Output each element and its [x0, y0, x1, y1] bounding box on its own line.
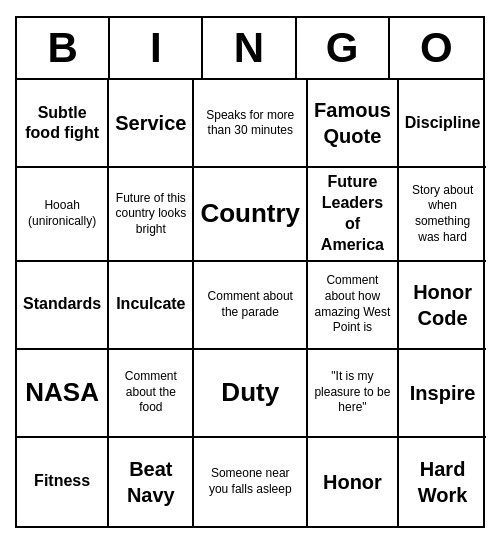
- bingo-cell-1[interactable]: Service: [109, 80, 194, 168]
- cell-text-1: Service: [115, 110, 186, 136]
- bingo-cell-7[interactable]: Country: [194, 168, 308, 261]
- letter-i: I: [110, 18, 203, 80]
- bingo-grid: Subtle food fightServiceSpeaks for more …: [17, 80, 483, 525]
- cell-text-4: Discipline: [405, 113, 481, 134]
- cell-text-22: Someone near you falls asleep: [200, 466, 300, 497]
- cell-text-10: Standards: [23, 294, 101, 315]
- cell-text-0: Subtle food fight: [23, 103, 101, 145]
- bingo-cell-5[interactable]: Hooah (unironically): [17, 168, 109, 261]
- bingo-cell-22[interactable]: Someone near you falls asleep: [194, 438, 308, 526]
- cell-text-17: Duty: [221, 376, 279, 410]
- bingo-cell-11[interactable]: Inculcate: [109, 262, 194, 350]
- bingo-cell-13[interactable]: Comment about how amazing West Point is: [308, 262, 399, 350]
- bingo-cell-23[interactable]: Honor: [308, 438, 399, 526]
- bingo-cell-19[interactable]: Inspire: [399, 350, 487, 438]
- bingo-cell-21[interactable]: Beat Navy: [109, 438, 194, 526]
- cell-text-19: Inspire: [410, 380, 476, 406]
- bingo-cell-4[interactable]: Discipline: [399, 80, 487, 168]
- bingo-header: B I N G O: [17, 18, 483, 80]
- bingo-cell-18[interactable]: "It is my pleasure to be here": [308, 350, 399, 438]
- cell-text-11: Inculcate: [116, 294, 185, 315]
- bingo-cell-20[interactable]: Fitness: [17, 438, 109, 526]
- bingo-cell-24[interactable]: Hard Work: [399, 438, 487, 526]
- cell-text-24: Hard Work: [405, 456, 481, 508]
- bingo-cell-8[interactable]: Future Leaders of America: [308, 168, 399, 261]
- cell-text-16: Comment about the food: [115, 369, 186, 416]
- cell-text-7: Country: [200, 197, 300, 231]
- cell-text-12: Comment about the parade: [200, 289, 300, 320]
- bingo-cell-3[interactable]: Famous Quote: [308, 80, 399, 168]
- cell-text-15: NASA: [25, 376, 99, 410]
- bingo-cell-16[interactable]: Comment about the food: [109, 350, 194, 438]
- cell-text-2: Speaks for more than 30 minutes: [200, 108, 300, 139]
- cell-text-3: Famous Quote: [314, 97, 391, 149]
- cell-text-14: Honor Code: [405, 279, 481, 331]
- letter-o: O: [390, 18, 483, 80]
- cell-text-21: Beat Navy: [115, 456, 186, 508]
- cell-text-6: Future of this country looks bright: [115, 191, 186, 238]
- cell-text-8: Future Leaders of America: [314, 172, 391, 255]
- cell-text-9: Story about when something was hard: [405, 183, 481, 245]
- cell-text-18: "It is my pleasure to be here": [314, 369, 391, 416]
- bingo-card: B I N G O Subtle food fightServiceSpeaks…: [15, 16, 485, 527]
- bingo-cell-14[interactable]: Honor Code: [399, 262, 487, 350]
- cell-text-20: Fitness: [34, 471, 90, 492]
- bingo-cell-6[interactable]: Future of this country looks bright: [109, 168, 194, 261]
- bingo-cell-15[interactable]: NASA: [17, 350, 109, 438]
- cell-text-23: Honor: [323, 469, 382, 495]
- bingo-cell-0[interactable]: Subtle food fight: [17, 80, 109, 168]
- bingo-cell-2[interactable]: Speaks for more than 30 minutes: [194, 80, 308, 168]
- bingo-cell-10[interactable]: Standards: [17, 262, 109, 350]
- bingo-cell-9[interactable]: Story about when something was hard: [399, 168, 487, 261]
- bingo-cell-12[interactable]: Comment about the parade: [194, 262, 308, 350]
- letter-g: G: [297, 18, 390, 80]
- letter-n: N: [203, 18, 296, 80]
- cell-text-5: Hooah (unironically): [23, 198, 101, 229]
- cell-text-13: Comment about how amazing West Point is: [314, 273, 391, 335]
- bingo-cell-17[interactable]: Duty: [194, 350, 308, 438]
- letter-b: B: [17, 18, 110, 80]
